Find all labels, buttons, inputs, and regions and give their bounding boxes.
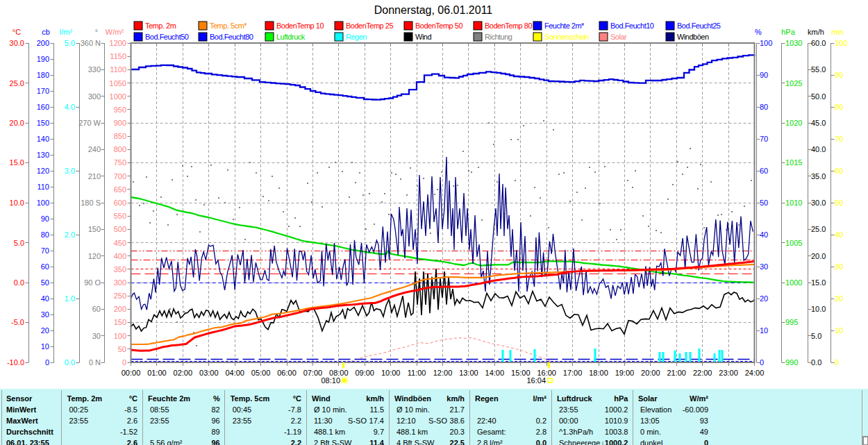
svg-text:02:00: 02:00 (174, 369, 193, 377)
svg-text:80: 80 (835, 103, 843, 111)
svg-text:300: 300 (88, 92, 101, 101)
svg-text:50: 50 (41, 278, 49, 287)
svg-text:Solar: Solar (638, 394, 658, 403)
svg-text:1030: 1030 (785, 39, 802, 47)
svg-text:09:00: 09:00 (355, 369, 374, 377)
svg-text:20: 20 (760, 294, 768, 303)
svg-text:96: 96 (211, 417, 219, 425)
svg-text:30: 30 (835, 262, 843, 271)
svg-text:20.3: 20.3 (450, 428, 465, 436)
svg-text:1010: 1010 (785, 199, 802, 207)
svg-text:0.0: 0.0 (536, 439, 546, 445)
svg-text:0: 0 (122, 358, 126, 367)
svg-text:1000: 1000 (110, 92, 126, 101)
svg-text:50: 50 (760, 199, 768, 207)
svg-text:2.8 l/m²: 2.8 l/m² (477, 439, 503, 445)
svg-text:50: 50 (118, 345, 126, 353)
svg-text:170: 170 (37, 87, 49, 95)
svg-text:180 S: 180 S (81, 199, 101, 207)
svg-text:2 Bft S-SW: 2 Bft S-SW (314, 439, 352, 445)
svg-text:0 N: 0 N (89, 358, 101, 367)
svg-text:0.0: 0.0 (65, 358, 75, 367)
svg-text:80: 80 (41, 230, 49, 239)
svg-text:Wind: Wind (415, 33, 431, 41)
svg-text:190: 190 (37, 55, 49, 63)
svg-text:Sonnenschein: Sonnenschein (544, 33, 589, 41)
svg-text:Windböen: Windböen (394, 394, 431, 403)
svg-text:700: 700 (114, 172, 126, 180)
svg-text:60: 60 (92, 305, 101, 313)
svg-text:17:00: 17:00 (563, 369, 583, 377)
svg-text:4.0: 4.0 (65, 103, 75, 111)
svg-text:10: 10 (835, 326, 843, 335)
svg-text:11:30: 11:30 (314, 417, 333, 425)
svg-text:Durchschnitt: Durchschnitt (6, 428, 53, 436)
svg-text:1025: 1025 (785, 79, 802, 87)
svg-text:Elevation: Elevation (640, 405, 671, 414)
svg-text:5.0: 5.0 (65, 39, 75, 47)
svg-text:MinWert: MinWert (6, 405, 37, 414)
svg-text:360 N: 360 N (81, 39, 101, 47)
svg-text:90: 90 (760, 71, 768, 79)
svg-text:50.0: 50.0 (811, 92, 826, 101)
svg-text:15.0: 15.0 (10, 158, 24, 167)
svg-text:240: 240 (88, 145, 101, 153)
svg-text:850: 850 (114, 132, 126, 140)
svg-text:100: 100 (114, 332, 126, 340)
svg-text:300: 300 (114, 278, 126, 287)
svg-text:°C: °C (293, 394, 301, 403)
svg-text:10.0: 10.0 (10, 199, 24, 207)
svg-text:2.6: 2.6 (127, 439, 137, 445)
svg-text:90: 90 (41, 215, 49, 223)
svg-text:55.0: 55.0 (811, 65, 826, 74)
svg-text:cb: cb (42, 28, 50, 36)
svg-text:120: 120 (37, 167, 49, 175)
svg-text:60.0: 60.0 (811, 39, 826, 47)
svg-text:30: 30 (760, 262, 768, 271)
svg-text:13:00: 13:00 (459, 369, 478, 377)
svg-text:23:55: 23:55 (233, 417, 252, 425)
svg-text:12:10: 12:10 (397, 417, 416, 425)
svg-text:-7.8: -7.8 (288, 405, 301, 414)
svg-text:10:00: 10:00 (381, 369, 401, 377)
svg-text:00:00: 00:00 (559, 417, 578, 425)
svg-text:S-SO: S-SO (348, 417, 367, 425)
svg-text:-5.0: -5.0 (11, 318, 24, 326)
svg-text:30: 30 (92, 332, 101, 340)
svg-text:25.0: 25.0 (811, 225, 826, 233)
svg-text:0: 0 (704, 439, 708, 445)
svg-text:488.1 km: 488.1 km (314, 428, 345, 436)
svg-text:150: 150 (37, 119, 49, 127)
svg-text:70: 70 (760, 135, 768, 143)
svg-text:-1.52: -1.52 (120, 428, 137, 436)
svg-text:20: 20 (41, 326, 49, 335)
svg-text:35.0: 35.0 (811, 172, 826, 180)
svg-text:10.0: 10.0 (811, 305, 826, 313)
svg-text:Temp. 2m: Temp. 2m (145, 22, 176, 30)
svg-text:MaxWert: MaxWert (6, 417, 38, 425)
svg-text:90 O: 90 O (84, 278, 101, 287)
svg-text:1003.8: 1003.8 (605, 428, 628, 436)
svg-text:07:00: 07:00 (303, 369, 323, 377)
svg-text:45.0: 45.0 (811, 119, 826, 127)
svg-text:0.0: 0.0 (811, 358, 821, 367)
svg-text:1005: 1005 (785, 239, 802, 247)
svg-text:550: 550 (114, 212, 126, 220)
svg-text:990: 990 (785, 358, 798, 367)
svg-text:Gesamt:: Gesamt: (477, 428, 506, 436)
svg-text:min: min (831, 28, 844, 36)
svg-text:06:00: 06:00 (277, 369, 297, 377)
svg-text:5.0: 5.0 (14, 239, 24, 247)
svg-text:Luftdruck: Luftdruck (276, 33, 306, 41)
svg-text:↓1000.2: ↓1000.2 (601, 439, 628, 445)
svg-text:23:55: 23:55 (559, 405, 578, 414)
svg-text:BodenTemp 50: BodenTemp 50 (415, 22, 462, 30)
svg-text:3.0: 3.0 (65, 167, 75, 175)
svg-text:17.4: 17.4 (369, 417, 384, 425)
svg-text:-1.19: -1.19 (284, 428, 301, 436)
svg-text:180: 180 (37, 71, 49, 79)
svg-text:hPa: hPa (614, 394, 628, 403)
svg-text:160: 160 (37, 103, 49, 111)
svg-text:01:00: 01:00 (147, 369, 167, 377)
svg-text:10: 10 (760, 326, 768, 335)
